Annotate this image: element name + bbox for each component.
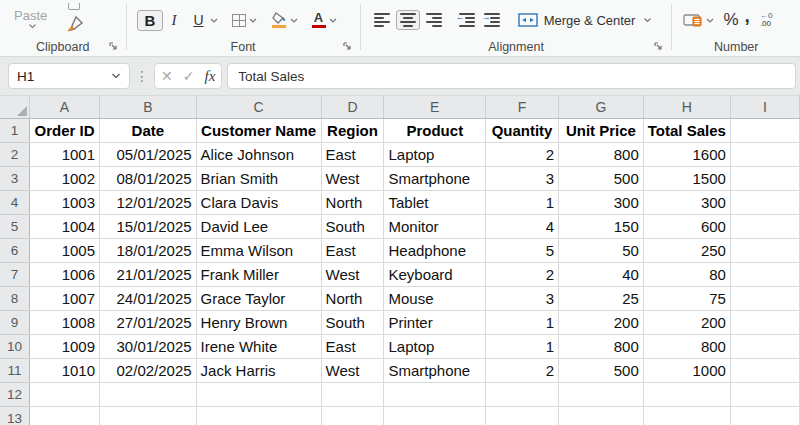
- cell-I10[interactable]: [730, 335, 799, 359]
- cell-F2[interactable]: 2: [486, 143, 559, 167]
- cell-D1[interactable]: Region: [321, 119, 384, 143]
- cell-E2[interactable]: Laptop: [384, 143, 486, 167]
- cell-D3[interactable]: West: [321, 167, 384, 191]
- cell-H13[interactable]: [643, 407, 730, 425]
- merge-center-button[interactable]: Merge & Center: [518, 13, 653, 28]
- cell-C12[interactable]: [196, 383, 321, 407]
- row-header-3[interactable]: 3: [0, 167, 30, 191]
- align-left-button[interactable]: [371, 11, 393, 29]
- cell-G3[interactable]: 500: [559, 167, 644, 191]
- comma-style-button[interactable]: ,: [745, 11, 750, 29]
- column-header-F[interactable]: F: [486, 96, 559, 119]
- cell-A2[interactable]: 1001: [30, 143, 100, 167]
- cell-C9[interactable]: Henry Brown: [196, 311, 321, 335]
- cell-B5[interactable]: 15/01/2025: [100, 215, 197, 239]
- column-header-E[interactable]: E: [384, 96, 486, 119]
- cell-D10[interactable]: East: [321, 335, 384, 359]
- number-format-button[interactable]: [680, 11, 717, 30]
- cell-I6[interactable]: [730, 239, 799, 263]
- cell-B7[interactable]: 21/01/2025: [100, 263, 197, 287]
- row-header-5[interactable]: 5: [0, 215, 30, 239]
- cell-D5[interactable]: South: [321, 215, 384, 239]
- borders-button[interactable]: [229, 12, 260, 29]
- percent-style-button[interactable]: %: [723, 10, 738, 30]
- cell-H12[interactable]: [643, 383, 730, 407]
- row-header-7[interactable]: 7: [0, 263, 30, 287]
- cell-A12[interactable]: [30, 383, 100, 407]
- cell-E7[interactable]: Keyboard: [384, 263, 486, 287]
- align-center-button[interactable]: [396, 10, 420, 30]
- cell-I1[interactable]: [730, 119, 799, 143]
- cell-B13[interactable]: [100, 407, 197, 425]
- cell-G4[interactable]: 300: [559, 191, 644, 215]
- cell-F5[interactable]: 4: [486, 215, 559, 239]
- cell-D11[interactable]: West: [321, 359, 384, 383]
- formula-bar-splitter[interactable]: ⋮: [130, 68, 154, 84]
- cell-B8[interactable]: 24/01/2025: [100, 287, 197, 311]
- cell-H10[interactable]: 800: [643, 335, 730, 359]
- cell-I12[interactable]: [730, 383, 799, 407]
- cell-D2[interactable]: East: [321, 143, 384, 167]
- paste-button[interactable]: Paste: [14, 8, 47, 29]
- row-header-2[interactable]: 2: [0, 143, 30, 167]
- font-color-button[interactable]: A: [309, 10, 340, 30]
- cell-E3[interactable]: Smartphone: [384, 167, 486, 191]
- cell-E5[interactable]: Monitor: [384, 215, 486, 239]
- cell-C6[interactable]: Emma Wilson: [196, 239, 321, 263]
- cell-G5[interactable]: 150: [559, 215, 644, 239]
- cell-I9[interactable]: [730, 311, 799, 335]
- cell-B11[interactable]: 02/02/2025: [100, 359, 197, 383]
- cell-H6[interactable]: 250: [643, 239, 730, 263]
- cell-A9[interactable]: 1008: [30, 311, 100, 335]
- cell-C7[interactable]: Frank Miller: [196, 263, 321, 287]
- cell-F10[interactable]: 1: [486, 335, 559, 359]
- cell-D9[interactable]: South: [321, 311, 384, 335]
- cell-I4[interactable]: [730, 191, 799, 215]
- cell-I8[interactable]: [730, 287, 799, 311]
- cell-H5[interactable]: 600: [643, 215, 730, 239]
- cell-G8[interactable]: 25: [559, 287, 644, 311]
- insert-function-icon[interactable]: fx: [204, 68, 215, 85]
- font-dialog-launcher-icon[interactable]: [342, 41, 352, 51]
- cell-A3[interactable]: 1002: [30, 167, 100, 191]
- cell-C1[interactable]: Customer Name: [196, 119, 321, 143]
- cell-G2[interactable]: 800: [559, 143, 644, 167]
- cell-B12[interactable]: [100, 383, 197, 407]
- cell-E1[interactable]: Product: [384, 119, 486, 143]
- increase-indent-button[interactable]: →: [481, 11, 503, 29]
- cell-E9[interactable]: Printer: [384, 311, 486, 335]
- cell-I11[interactable]: [730, 359, 799, 383]
- cell-I3[interactable]: [730, 167, 799, 191]
- row-header-10[interactable]: 10: [0, 335, 30, 359]
- cell-A5[interactable]: 1004: [30, 215, 100, 239]
- row-header-8[interactable]: 8: [0, 287, 30, 311]
- column-header-C[interactable]: C: [196, 96, 321, 119]
- row-header-1[interactable]: 1: [0, 119, 30, 143]
- underline-button[interactable]: U: [184, 8, 220, 32]
- row-header-9[interactable]: 9: [0, 311, 30, 335]
- cell-A1[interactable]: Order ID: [30, 119, 100, 143]
- cell-C3[interactable]: Brian Smith: [196, 167, 321, 191]
- cell-E11[interactable]: Smartphone: [384, 359, 486, 383]
- row-header-13[interactable]: 13: [0, 407, 30, 425]
- copy-icon[interactable]: [68, 3, 80, 10]
- cell-F8[interactable]: 3: [486, 287, 559, 311]
- cell-G12[interactable]: [559, 383, 644, 407]
- cell-C13[interactable]: [196, 407, 321, 425]
- column-header-D[interactable]: D: [321, 96, 384, 119]
- cell-G10[interactable]: 800: [559, 335, 644, 359]
- cell-B2[interactable]: 05/01/2025: [100, 143, 197, 167]
- cell-F7[interactable]: 2: [486, 263, 559, 287]
- cell-H4[interactable]: 300: [643, 191, 730, 215]
- select-all-button[interactable]: [0, 96, 30, 119]
- cell-F3[interactable]: 3: [486, 167, 559, 191]
- cell-G13[interactable]: [559, 407, 644, 425]
- cell-B6[interactable]: 18/01/2025: [100, 239, 197, 263]
- cell-A13[interactable]: [30, 407, 100, 425]
- cell-G7[interactable]: 40: [559, 263, 644, 287]
- row-header-6[interactable]: 6: [0, 239, 30, 263]
- cell-A6[interactable]: 1005: [30, 239, 100, 263]
- clipboard-dialog-launcher-icon[interactable]: [108, 41, 118, 51]
- cell-H8[interactable]: 75: [643, 287, 730, 311]
- cell-D4[interactable]: North: [321, 191, 384, 215]
